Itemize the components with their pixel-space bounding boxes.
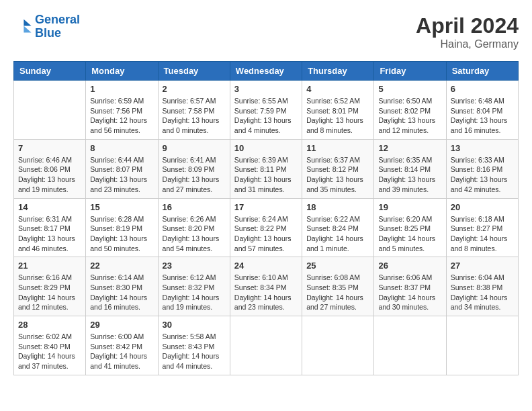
day-info: Sunrise: 6:55 AM Sunset: 7:59 PM Dayligh… bbox=[234, 96, 298, 136]
header-sunday: Sunday bbox=[14, 62, 86, 81]
day-number: 19 bbox=[378, 202, 441, 212]
day-info: Sunrise: 6:04 AM Sunset: 8:38 PM Dayligh… bbox=[451, 273, 514, 312]
day-info: Sunrise: 6:41 AM Sunset: 8:09 PM Dayligh… bbox=[163, 155, 226, 195]
day-info: Sunrise: 6:24 AM Sunset: 8:22 PM Dayligh… bbox=[234, 214, 298, 254]
day-info: Sunrise: 6:37 AM Sunset: 8:12 PM Dayligh… bbox=[306, 155, 369, 195]
calendar-week-row: 28Sunrise: 6:02 AM Sunset: 8:40 PM Dayli… bbox=[14, 316, 519, 375]
calendar-cell: 21Sunrise: 6:16 AM Sunset: 8:29 PM Dayli… bbox=[14, 257, 86, 316]
calendar-cell: 15Sunrise: 6:28 AM Sunset: 8:19 PM Dayli… bbox=[86, 198, 158, 257]
day-number: 29 bbox=[90, 320, 153, 330]
day-number: 6 bbox=[451, 84, 514, 94]
day-info: Sunrise: 6:18 AM Sunset: 8:27 PM Dayligh… bbox=[451, 214, 514, 254]
calendar-week-row: 14Sunrise: 6:31 AM Sunset: 8:17 PM Dayli… bbox=[14, 198, 519, 257]
calendar-cell: 10Sunrise: 6:39 AM Sunset: 8:11 PM Dayli… bbox=[230, 139, 302, 198]
day-number: 26 bbox=[378, 261, 441, 271]
day-number: 20 bbox=[451, 202, 514, 212]
calendar-cell: 26Sunrise: 6:06 AM Sunset: 8:37 PM Dayli… bbox=[374, 257, 446, 316]
logo-text: General Blue bbox=[35, 13, 80, 40]
calendar-cell bbox=[302, 316, 374, 375]
day-number: 23 bbox=[163, 261, 226, 271]
location: Haina, Germany bbox=[416, 38, 519, 50]
day-number: 9 bbox=[163, 143, 226, 153]
calendar-cell: 9Sunrise: 6:41 AM Sunset: 8:09 PM Daylig… bbox=[158, 139, 230, 198]
calendar-cell: 3Sunrise: 6:55 AM Sunset: 7:59 PM Daylig… bbox=[230, 81, 302, 140]
calendar-cell bbox=[374, 316, 446, 375]
day-info: Sunrise: 6:35 AM Sunset: 8:14 PM Dayligh… bbox=[378, 155, 441, 195]
day-number: 12 bbox=[378, 143, 441, 153]
day-info: Sunrise: 5:58 AM Sunset: 8:43 PM Dayligh… bbox=[163, 332, 226, 371]
day-number: 10 bbox=[234, 143, 298, 153]
day-info: Sunrise: 6:14 AM Sunset: 8:30 PM Dayligh… bbox=[90, 273, 153, 312]
calendar-cell: 17Sunrise: 6:24 AM Sunset: 8:22 PM Dayli… bbox=[230, 198, 302, 257]
calendar-cell: 13Sunrise: 6:33 AM Sunset: 8:16 PM Dayli… bbox=[446, 139, 518, 198]
day-number: 4 bbox=[306, 84, 369, 94]
calendar-cell: 25Sunrise: 6:08 AM Sunset: 8:35 PM Dayli… bbox=[302, 257, 374, 316]
day-info: Sunrise: 6:08 AM Sunset: 8:35 PM Dayligh… bbox=[306, 273, 369, 312]
day-info: Sunrise: 6:39 AM Sunset: 8:11 PM Dayligh… bbox=[234, 155, 298, 195]
day-number: 25 bbox=[306, 261, 369, 271]
header-saturday: Saturday bbox=[446, 62, 518, 81]
day-info: Sunrise: 6:28 AM Sunset: 8:19 PM Dayligh… bbox=[90, 214, 153, 254]
calendar-cell: 7Sunrise: 6:46 AM Sunset: 8:06 PM Daylig… bbox=[14, 139, 86, 198]
calendar-week-row: 21Sunrise: 6:16 AM Sunset: 8:29 PM Dayli… bbox=[14, 257, 519, 316]
day-number: 5 bbox=[378, 84, 441, 94]
day-info: Sunrise: 6:46 AM Sunset: 8:06 PM Dayligh… bbox=[18, 155, 81, 195]
day-number: 1 bbox=[90, 84, 153, 94]
day-number: 18 bbox=[306, 202, 369, 212]
calendar-table: SundayMondayTuesdayWednesdayThursdayFrid… bbox=[13, 61, 519, 375]
day-info: Sunrise: 6:44 AM Sunset: 8:07 PM Dayligh… bbox=[90, 155, 153, 195]
day-number: 11 bbox=[306, 143, 369, 153]
calendar-cell: 12Sunrise: 6:35 AM Sunset: 8:14 PM Dayli… bbox=[374, 139, 446, 198]
calendar-cell: 8Sunrise: 6:44 AM Sunset: 8:07 PM Daylig… bbox=[86, 139, 158, 198]
calendar-cell bbox=[230, 316, 302, 375]
calendar-cell: 14Sunrise: 6:31 AM Sunset: 8:17 PM Dayli… bbox=[14, 198, 86, 257]
day-info: Sunrise: 6:26 AM Sunset: 8:20 PM Dayligh… bbox=[163, 214, 226, 254]
day-info: Sunrise: 6:16 AM Sunset: 8:29 PM Dayligh… bbox=[18, 273, 81, 312]
header-tuesday: Tuesday bbox=[158, 62, 230, 81]
day-number: 28 bbox=[18, 320, 81, 330]
calendar-cell: 11Sunrise: 6:37 AM Sunset: 8:12 PM Dayli… bbox=[302, 139, 374, 198]
calendar-week-row: 1Sunrise: 6:59 AM Sunset: 7:56 PM Daylig… bbox=[14, 81, 519, 140]
header-thursday: Thursday bbox=[302, 62, 374, 81]
day-number: 27 bbox=[451, 261, 514, 271]
month-title: April 2024 bbox=[416, 13, 519, 38]
logo: General Blue bbox=[13, 13, 80, 40]
calendar-header-row: SundayMondayTuesdayWednesdayThursdayFrid… bbox=[14, 62, 519, 81]
calendar-cell: 18Sunrise: 6:22 AM Sunset: 8:24 PM Dayli… bbox=[302, 198, 374, 257]
day-info: Sunrise: 6:10 AM Sunset: 8:34 PM Dayligh… bbox=[234, 273, 298, 312]
day-info: Sunrise: 6:22 AM Sunset: 8:24 PM Dayligh… bbox=[306, 214, 369, 254]
calendar-cell: 2Sunrise: 6:57 AM Sunset: 7:58 PM Daylig… bbox=[158, 81, 230, 140]
day-info: Sunrise: 6:06 AM Sunset: 8:37 PM Dayligh… bbox=[378, 273, 441, 312]
day-number: 24 bbox=[234, 261, 298, 271]
day-info: Sunrise: 6:02 AM Sunset: 8:40 PM Dayligh… bbox=[18, 332, 81, 371]
day-info: Sunrise: 6:00 AM Sunset: 8:42 PM Dayligh… bbox=[90, 332, 153, 371]
calendar-cell: 20Sunrise: 6:18 AM Sunset: 8:27 PM Dayli… bbox=[446, 198, 518, 257]
calendar-cell: 19Sunrise: 6:20 AM Sunset: 8:25 PM Dayli… bbox=[374, 198, 446, 257]
calendar-cell bbox=[14, 81, 86, 140]
day-info: Sunrise: 6:31 AM Sunset: 8:17 PM Dayligh… bbox=[18, 214, 81, 254]
day-info: Sunrise: 6:52 AM Sunset: 8:01 PM Dayligh… bbox=[306, 96, 369, 136]
calendar-cell: 27Sunrise: 6:04 AM Sunset: 8:38 PM Dayli… bbox=[446, 257, 518, 316]
calendar-cell: 30Sunrise: 5:58 AM Sunset: 8:43 PM Dayli… bbox=[158, 316, 230, 375]
day-number: 2 bbox=[163, 84, 226, 94]
day-number: 8 bbox=[90, 143, 153, 153]
calendar-cell: 23Sunrise: 6:12 AM Sunset: 8:32 PM Dayli… bbox=[158, 257, 230, 316]
header-wednesday: Wednesday bbox=[230, 62, 302, 81]
day-number: 7 bbox=[18, 143, 81, 153]
title-block: April 2024 Haina, Germany bbox=[416, 13, 519, 50]
calendar-week-row: 7Sunrise: 6:46 AM Sunset: 8:06 PM Daylig… bbox=[14, 139, 519, 198]
calendar-cell: 29Sunrise: 6:00 AM Sunset: 8:42 PM Dayli… bbox=[86, 316, 158, 375]
calendar-cell: 4Sunrise: 6:52 AM Sunset: 8:01 PM Daylig… bbox=[302, 81, 374, 140]
calendar-cell: 16Sunrise: 6:26 AM Sunset: 8:20 PM Dayli… bbox=[158, 198, 230, 257]
calendar-cell: 28Sunrise: 6:02 AM Sunset: 8:40 PM Dayli… bbox=[14, 316, 86, 375]
calendar-cell: 24Sunrise: 6:10 AM Sunset: 8:34 PM Dayli… bbox=[230, 257, 302, 316]
day-number: 16 bbox=[163, 202, 226, 212]
calendar-cell: 6Sunrise: 6:48 AM Sunset: 8:04 PM Daylig… bbox=[446, 81, 518, 140]
calendar-cell bbox=[446, 316, 518, 375]
day-number: 17 bbox=[234, 202, 298, 212]
day-number: 22 bbox=[90, 261, 153, 271]
day-number: 21 bbox=[18, 261, 81, 271]
day-info: Sunrise: 6:48 AM Sunset: 8:04 PM Dayligh… bbox=[451, 96, 514, 136]
header-monday: Monday bbox=[86, 62, 158, 81]
day-number: 3 bbox=[234, 84, 298, 94]
